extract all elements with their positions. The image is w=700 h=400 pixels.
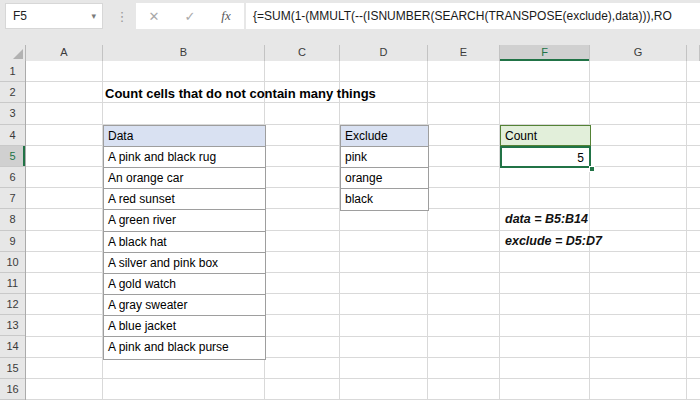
column-header-A[interactable]: A <box>26 45 103 61</box>
worksheet-title: Count cells that do not contain many thi… <box>105 83 376 104</box>
row-header-16[interactable]: 16 <box>0 379 25 400</box>
column-header-D[interactable]: D <box>340 45 428 61</box>
row-header-8[interactable]: 8 <box>0 209 25 230</box>
row-header-12[interactable]: 12 <box>0 294 25 315</box>
row-header-7[interactable]: 7 <box>0 188 25 209</box>
cell-reference: F5 <box>6 9 91 23</box>
fill-handle[interactable] <box>589 166 595 172</box>
column-headers-row: ABCDEFG <box>0 45 700 61</box>
row-header-6[interactable]: 6 <box>0 167 25 188</box>
data-table-row[interactable]: A silver and pink box <box>104 253 265 274</box>
column-header-C[interactable]: C <box>265 45 340 61</box>
formula-bar: F5 ▾ ⋮ ✕ ✓ fx {=SUM(1-(MMULT(--(ISNUMBER… <box>0 0 700 45</box>
row-header-13[interactable]: 13 <box>0 315 25 336</box>
formula-text: {=SUM(1-(MMULT(--(ISNUMBER(SEARCH(TRANSP… <box>246 9 672 23</box>
count-table: Count 5 <box>500 125 591 168</box>
data-table-row[interactable]: A gray sweater <box>104 295 265 316</box>
data-table-row[interactable]: A gold watch <box>104 274 265 295</box>
data-table-row[interactable]: A pink and black purse <box>104 337 265 358</box>
exclude-table: Exclude pinkorangeblack <box>340 125 429 212</box>
insert-function-icon[interactable]: fx <box>211 8 241 24</box>
gridline-vertical <box>339 61 340 400</box>
row-header-9[interactable]: 9 <box>0 231 25 252</box>
row-header-5[interactable]: 5 <box>0 146 25 167</box>
data-table-row[interactable]: A pink and black rug <box>104 147 265 168</box>
named-range-annotation-data: data = B5:B14 <box>505 209 588 230</box>
row-header-4[interactable]: 4 <box>0 125 25 146</box>
name-box[interactable]: F5 ▾ <box>5 3 103 29</box>
enter-icon[interactable]: ✓ <box>175 9 205 24</box>
formula-bar-buttons: ✕ ✓ fx <box>136 3 244 29</box>
exclude-table-row[interactable]: pink <box>341 147 428 168</box>
chevron-down-icon[interactable]: ▾ <box>91 11 102 21</box>
row-header-15[interactable]: 15 <box>0 358 25 379</box>
row-header-10[interactable]: 10 <box>0 252 25 273</box>
row-headers: 12345678910111213141516 <box>0 61 26 400</box>
dots-separator-icon: ⋮ <box>115 3 129 29</box>
data-table-rows: A pink and black rugAn orange carA red s… <box>104 147 265 359</box>
column-header-B[interactable]: B <box>103 45 265 61</box>
formula-input[interactable]: {=SUM(1-(MMULT(--(ISNUMBER(SEARCH(TRANSP… <box>246 3 700 29</box>
data-table-row[interactable]: A red sunset <box>104 189 265 210</box>
row-header-2[interactable]: 2 <box>0 82 25 103</box>
worksheet-grid: ABCDEFG 12345678910111213141516 Count ce… <box>0 45 700 400</box>
data-table: Data A pink and black rugAn orange carA … <box>103 125 266 360</box>
exclude-table-row[interactable]: black <box>341 189 428 210</box>
row-header-11[interactable]: 11 <box>0 273 25 294</box>
excel-window: F5 ▾ ⋮ ✕ ✓ fx {=SUM(1-(MMULT(--(ISNUMBER… <box>0 0 700 400</box>
column-header-partial[interactable] <box>687 45 700 61</box>
gridline-vertical <box>499 61 500 400</box>
data-table-row[interactable]: A black hat <box>104 232 265 253</box>
row-header-1[interactable]: 1 <box>0 61 25 82</box>
column-header-E[interactable]: E <box>428 45 500 61</box>
column-header-G[interactable]: G <box>590 45 687 61</box>
count-header-cell[interactable]: Count <box>500 125 591 146</box>
row-header-3[interactable]: 3 <box>0 103 25 124</box>
data-table-row[interactable]: An orange car <box>104 168 265 189</box>
exclude-table-rows: pinkorangeblack <box>341 147 428 211</box>
data-table-row[interactable]: A blue jacket <box>104 316 265 337</box>
exclude-table-header[interactable]: Exclude <box>341 126 428 147</box>
gridline-vertical <box>427 61 428 400</box>
select-all-button[interactable] <box>0 45 26 61</box>
data-table-header[interactable]: Data <box>104 126 265 147</box>
exclude-table-row[interactable]: orange <box>341 168 428 189</box>
named-range-annotation-exclude: exclude = D5:D7 <box>505 231 602 252</box>
gridline-vertical <box>686 61 687 400</box>
column-header-F[interactable]: F <box>500 45 590 61</box>
select-all-triangle-icon <box>13 49 23 59</box>
row-header-14[interactable]: 14 <box>0 336 25 357</box>
selected-cell-f5[interactable]: 5 <box>500 146 591 168</box>
cancel-icon[interactable]: ✕ <box>139 9 169 24</box>
data-table-row[interactable]: A green river <box>104 210 265 231</box>
